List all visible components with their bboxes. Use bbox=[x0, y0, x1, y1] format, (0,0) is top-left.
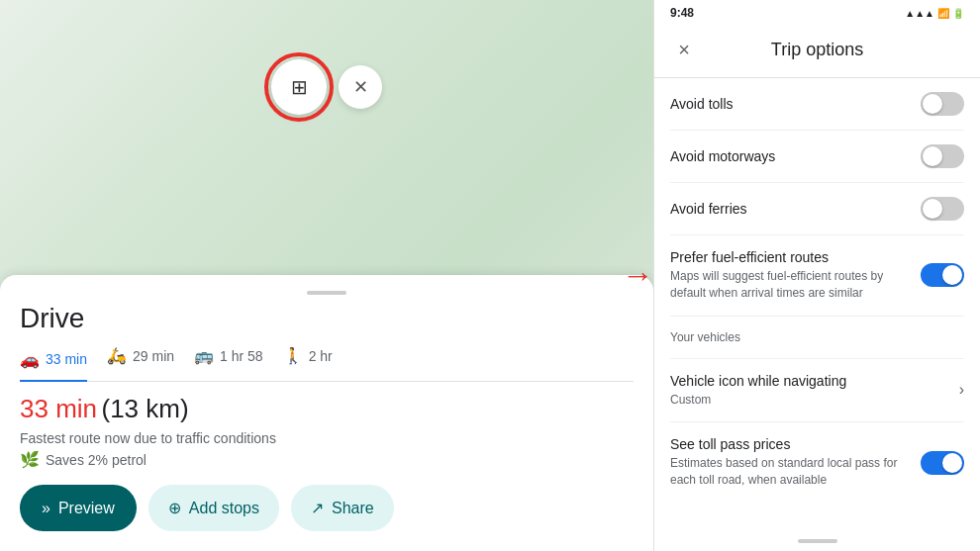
add-stops-label: Add stops bbox=[189, 500, 259, 517]
tab-walk[interactable]: 🚶 2 hr bbox=[283, 346, 333, 373]
toll-pass-label: See toll pass prices bbox=[670, 436, 909, 452]
action-buttons: » Preview ⊕ Add stops ↗ Share bbox=[20, 485, 634, 531]
fuel-save-text: Saves 2% petrol bbox=[46, 452, 147, 468]
car-icon: 🚗 bbox=[20, 350, 40, 369]
top-bar: ⊞ ✕ bbox=[0, 59, 653, 115]
fuel-save: 🌿 Saves 2% petrol bbox=[20, 450, 634, 469]
bottom-scroll-indicator bbox=[798, 539, 837, 543]
drive-title: Drive bbox=[20, 303, 84, 334]
fuel-efficient-block: Prefer fuel-efficient routes Maps will s… bbox=[670, 249, 909, 302]
avoid-ferries-toggle[interactable] bbox=[921, 197, 964, 221]
preview-arrows-icon: » bbox=[42, 500, 50, 517]
add-stops-button[interactable]: ⊕ Add stops bbox=[148, 485, 279, 531]
filter-button[interactable]: ⊞ bbox=[271, 59, 327, 115]
route-distance: (13 km) bbox=[102, 394, 189, 423]
preview-label: Preview bbox=[58, 500, 115, 517]
toll-pass-toggle[interactable] bbox=[921, 451, 964, 475]
right-panel: 9:48 ▲▲▲ 📶 🔋 × Trip options Avoid tolls … bbox=[653, 0, 980, 551]
battery-icon: 🔋 bbox=[952, 8, 964, 19]
status-time: 9:48 bbox=[670, 6, 694, 20]
close-icon: × bbox=[678, 39, 690, 61]
tab-motorcycle[interactable]: 🛵 29 min bbox=[107, 346, 174, 373]
scroll-indicator bbox=[307, 291, 346, 295]
share-button[interactable]: ↗ Share bbox=[291, 485, 394, 531]
right-header: × Trip options bbox=[654, 24, 980, 78]
trip-options-title: Trip options bbox=[714, 40, 921, 60]
fuel-efficient-label: Prefer fuel-efficient routes bbox=[670, 249, 909, 265]
left-panel: ⊞ ✕ Drive 🚗 33 min 🛵 29 min 🚌 1 hr 58 bbox=[0, 0, 653, 551]
option-avoid-motorways: Avoid motorways bbox=[670, 131, 964, 183]
fuel-efficient-sub: Maps will suggest fuel-efficient routes … bbox=[670, 268, 909, 302]
fuel-efficient-toggle[interactable] bbox=[921, 263, 964, 287]
share-label: Share bbox=[332, 500, 374, 517]
motorcycle-icon: 🛵 bbox=[107, 346, 127, 365]
chevron-right-icon: › bbox=[959, 381, 964, 399]
option-toll-pass: See toll pass prices Estimates based on … bbox=[670, 422, 964, 503]
option-your-vehicles: Your vehicles bbox=[670, 317, 964, 359]
leaf-icon: 🌿 bbox=[20, 450, 40, 469]
signal-icon: ▲▲▲ bbox=[905, 8, 934, 19]
avoid-motorways-label: Avoid motorways bbox=[670, 148, 775, 164]
tab-motorcycle-label: 29 min bbox=[133, 348, 174, 364]
route-time: 33 min bbox=[20, 394, 97, 423]
avoid-motorways-toggle[interactable] bbox=[921, 144, 964, 168]
option-vehicle-icon[interactable]: Vehicle icon while navigating Custom › bbox=[670, 359, 964, 423]
share-icon: ↗ bbox=[311, 499, 324, 517]
option-fuel-efficient: Prefer fuel-efficient routes Maps will s… bbox=[670, 235, 964, 317]
avoid-tolls-label: Avoid tolls bbox=[670, 96, 734, 112]
vehicle-icon-label: Vehicle icon while navigating bbox=[670, 373, 951, 389]
toll-pass-block: See toll pass prices Estimates based on … bbox=[670, 436, 909, 489]
preview-button[interactable]: » Preview bbox=[20, 485, 137, 531]
tab-walk-label: 2 hr bbox=[309, 348, 333, 364]
avoid-ferries-label: Avoid ferries bbox=[670, 201, 747, 217]
options-list: Avoid tolls Avoid motorways Avoid ferrie… bbox=[654, 78, 980, 531]
transport-tabs: 🚗 33 min 🛵 29 min 🚌 1 hr 58 🚶 2 hr bbox=[20, 346, 634, 382]
tab-drive-label: 33 min bbox=[46, 351, 87, 367]
trip-options-close-button[interactable]: × bbox=[670, 36, 698, 63]
drive-header: Drive bbox=[20, 303, 634, 334]
tab-transit-label: 1 hr 58 bbox=[220, 348, 263, 364]
option-avoid-ferries: Avoid ferries bbox=[670, 183, 964, 235]
walk-icon: 🚶 bbox=[283, 346, 303, 365]
vehicle-icon-sub: Custom bbox=[670, 392, 951, 409]
tab-transit[interactable]: 🚌 1 hr 58 bbox=[194, 346, 263, 373]
add-stops-icon: ⊕ bbox=[168, 499, 181, 517]
your-vehicles-label: Your vehicles bbox=[670, 330, 740, 344]
close-top-button[interactable]: ✕ bbox=[339, 65, 382, 109]
route-info: 33 min (13 km) bbox=[20, 394, 634, 424]
status-bar: 9:48 ▲▲▲ 📶 🔋 bbox=[654, 0, 980, 24]
avoid-tolls-toggle[interactable] bbox=[921, 92, 964, 116]
bottom-card: Drive 🚗 33 min 🛵 29 min 🚌 1 hr 58 🚶 2 hr… bbox=[0, 275, 653, 551]
status-icons: ▲▲▲ 📶 🔋 bbox=[905, 8, 964, 19]
filter-icon: ⊞ bbox=[291, 75, 308, 99]
option-avoid-tolls: Avoid tolls bbox=[670, 78, 964, 131]
transit-icon: 🚌 bbox=[194, 346, 214, 365]
toll-pass-sub: Estimates based on standard local pass f… bbox=[670, 455, 909, 489]
wifi-icon: 📶 bbox=[937, 8, 949, 19]
tab-drive[interactable]: 🚗 33 min bbox=[20, 346, 87, 382]
vehicle-icon-block: Vehicle icon while navigating Custom bbox=[670, 373, 951, 409]
close-top-icon: ✕ bbox=[353, 76, 368, 98]
route-description: Fastest route now due to traffic conditi… bbox=[20, 430, 634, 446]
